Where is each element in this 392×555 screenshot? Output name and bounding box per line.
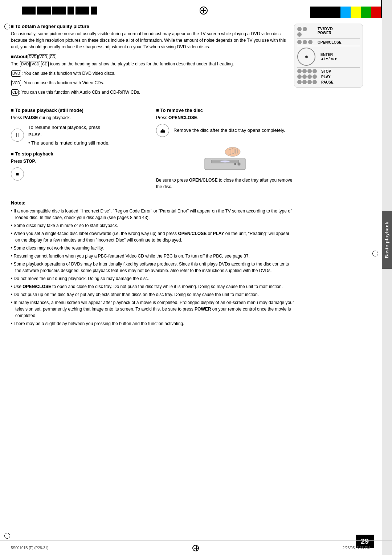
- color-green: [361, 7, 371, 18]
- note-item-4: Resuming cannot function when you play a…: [11, 253, 294, 259]
- stop-press-text: Press STOP.: [11, 158, 149, 165]
- remove-press-text: Press OPEN/CLOSE.: [156, 114, 294, 121]
- note-item-5: Some playback operations of DVDs may be …: [11, 261, 294, 274]
- rbtn-8: [303, 40, 307, 44]
- svg-point-8: [237, 162, 240, 165]
- svg-rect-3: [236, 149, 238, 154]
- remove-text-block: Remove the disc after the disc tray open…: [173, 127, 285, 134]
- black-block-2: [37, 7, 51, 15]
- color-black: [310, 7, 320, 18]
- note-item-9: In many instances, a menu screen will ap…: [11, 299, 294, 319]
- rbtn-p4: [313, 74, 317, 79]
- middle-right-col: To remove the disc Press OPEN/CLOSE. ⏏ R…: [156, 108, 294, 193]
- about-cd-line: CD: You can use this function with Audio…: [11, 89, 287, 96]
- about-bullet: ■: [11, 54, 14, 59]
- pause-mute-bullet: • The sound is muted during still mode.: [28, 139, 110, 147]
- note-item-1: Some discs may take a minute or so to st…: [11, 222, 294, 229]
- remote-control-diagram: TV/DVD POWER OPEN/CLOSE: [294, 24, 363, 88]
- open-close-note-bold: OPEN/CLOSE: [189, 178, 218, 183]
- power-label: POWER: [318, 31, 333, 35]
- open-close-label: OPEN/CLOSE: [318, 40, 342, 44]
- pause-resume-text: To resume normal playback, press: [28, 124, 110, 131]
- rbtn-4: [297, 32, 302, 37]
- remote-top-row: TV/DVD POWER: [297, 27, 360, 37]
- pause-press-text: Press PAUSE during playback.: [11, 114, 149, 121]
- remote-btn-group-top: [297, 27, 313, 37]
- remove-heading: To remove the disc: [156, 108, 294, 113]
- basic-playback-label: Basic playback: [382, 211, 392, 269]
- about-heading-row: ■ About DVD VCD CD: [11, 54, 287, 59]
- higher-quality-section: To obtain a higher quality picture Occas…: [11, 24, 287, 50]
- rbtn-6: [308, 32, 313, 37]
- disc-tray-illustration: [156, 141, 294, 173]
- basic-playback-text: Basic playback: [384, 222, 389, 258]
- pause-button-icon: II: [11, 129, 24, 142]
- rbtn-pa2: [302, 80, 307, 84]
- stop-label: STOP: [321, 69, 331, 73]
- header-center-crosshair: [97, 4, 310, 15]
- header-black-blocks: [22, 7, 97, 15]
- cd-inline-label: CD: [41, 61, 48, 67]
- left-crosshair-bottom: [4, 533, 10, 539]
- vcd-label-line: VCD: [11, 80, 21, 86]
- nav-arrows-icon: ⊕: [305, 54, 308, 59]
- notes-heading: Notes:: [11, 200, 294, 206]
- remote-labels-tv-dvd: TV/DVD POWER: [318, 27, 333, 35]
- remote-pause-row: PAUSE: [297, 80, 360, 84]
- remote-play-row: PLAY: [297, 74, 360, 79]
- black-block-4: [68, 7, 74, 15]
- about-body-intro: The DVDVCDCD icons on the heading bar sh…: [11, 61, 287, 67]
- rbtn-s1: [297, 69, 302, 73]
- about-section: ■ About DVD VCD CD The DVDVCDCD icons on…: [11, 54, 287, 96]
- top-left-content: To obtain a higher quality picture Occas…: [11, 24, 294, 98]
- note-item-2: When you set a single-faced disc label d…: [11, 230, 294, 243]
- middle-section: To pause playback (still mode) Press PAU…: [11, 108, 294, 193]
- stop-icon-symbol: ■: [16, 171, 19, 177]
- remote-divider-1: [297, 38, 360, 39]
- remote-stop-btns: [297, 69, 317, 73]
- remove-icon-row: ⏏ Remove the disc after the disc tray op…: [156, 124, 294, 137]
- rbtn-pa1: [297, 80, 302, 84]
- pause-icon-row: II To resume normal playback, press PLAY…: [11, 124, 149, 147]
- pause-playback-section: To pause playback (still mode) Press PAU…: [11, 108, 149, 147]
- play-btn-grid: [297, 74, 317, 79]
- pause-heading: To pause playback (still mode): [11, 108, 149, 113]
- right-crosshair-top: [372, 251, 378, 256]
- black-block-1: [22, 7, 36, 15]
- open-close-symbol: ⏏: [160, 127, 166, 134]
- pause-label: PAUSE: [321, 80, 334, 84]
- header-color-blocks: [310, 0, 392, 18]
- pause-play-bold: PLAY.: [28, 131, 110, 138]
- rbtn-s2: [302, 69, 307, 73]
- svg-point-7: [220, 161, 229, 163]
- remote-open-close-row: OPEN/CLOSE: [297, 40, 360, 44]
- remote-divider-2: [297, 46, 360, 46]
- main-content: To obtain a higher quality picture Occas…: [11, 20, 367, 328]
- note-item-0: If a non-compatible disc is loaded, "Inc…: [11, 208, 294, 221]
- dvd-disc-label: DVD: [28, 54, 37, 59]
- color-black2: [320, 7, 330, 18]
- rbtn-2: [303, 27, 307, 31]
- header-bar: [0, 0, 392, 18]
- rbtn-9: [308, 40, 313, 44]
- pause-bold: PAUSE: [23, 115, 38, 120]
- open-close-bold: OPEN/CLOSE: [168, 115, 197, 120]
- main-section-divider: [11, 103, 294, 103]
- about-vcd-line: VCD: You can use this function with Vide…: [11, 80, 287, 86]
- higher-quality-heading: To obtain a higher quality picture: [11, 24, 287, 29]
- stop-btn-grid: [297, 69, 317, 73]
- svg-point-9: [234, 163, 236, 165]
- note-item-3: Some discs may not work the resuming fac…: [11, 245, 294, 251]
- pause-icon-symbol: II: [16, 132, 19, 138]
- rbtn-pa3: [307, 80, 312, 84]
- footer-center: [48, 545, 342, 551]
- vcd-inline-label: VCD: [30, 61, 40, 67]
- rbtn-3: [308, 27, 313, 31]
- tv-dvd-label: TV/DVD: [318, 27, 333, 31]
- pause-resume-text-block: To resume normal playback, press PLAY. •…: [28, 124, 110, 147]
- rbtn-s3: [307, 69, 312, 73]
- rbtn-7: [297, 40, 302, 44]
- right-sidebar: Basic playback: [382, 0, 392, 555]
- nav-label: ▲/▼/◄/►: [320, 57, 338, 61]
- about-dvd-line: DVD: You can use this function with DVD …: [11, 70, 287, 77]
